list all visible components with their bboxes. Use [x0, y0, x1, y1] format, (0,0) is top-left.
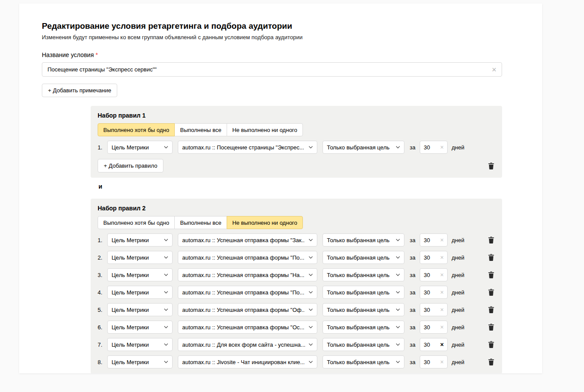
goal-scope-select[interactable]: Только выбранная цель [323, 251, 404, 264]
goal-scope-select[interactable]: Только выбранная цель [323, 268, 404, 281]
clear-days-icon[interactable]: × [440, 144, 444, 151]
clear-input-icon[interactable]: × [492, 66, 496, 74]
chevron-down-icon [164, 291, 168, 294]
delete-rule-icon[interactable] [488, 289, 494, 296]
clear-days-icon[interactable]: × [440, 341, 444, 348]
delete-rule-icon[interactable] [488, 271, 494, 278]
goal-type-select-value: Цель Метрики [112, 144, 160, 151]
chevron-down-icon [396, 256, 400, 259]
goal-scope-select-value: Только выбранная цель [327, 359, 392, 365]
condition-name-input-wrap: × [42, 62, 502, 77]
goal-scope-select[interactable]: Только выбранная цель [323, 303, 404, 316]
chevron-down-icon [164, 274, 168, 276]
delete-rule-icon[interactable] [488, 324, 494, 331]
days-input[interactable]: 30 × [420, 233, 448, 247]
days-suffix-label: дней [452, 237, 464, 243]
period-prefix-label: за [410, 359, 415, 365]
chevron-down-icon [309, 274, 313, 276]
condition-name-input[interactable] [48, 66, 488, 73]
match-mode-option-0[interactable]: Выполнено хотя бы одно [98, 216, 175, 229]
goal-scope-select-value: Только выбранная цель [327, 341, 392, 348]
goal-type-select[interactable]: Цель Метрики [107, 355, 173, 368]
days-suffix-label: дней [452, 359, 464, 365]
goal-select[interactable]: automax.ru :: Успешная отправка формы "П… [178, 251, 317, 264]
goal-scope-select[interactable]: Только выбранная цель [323, 338, 404, 351]
rule-rows: 1. Цель Метрики automax.ru :: Успешная о… [98, 233, 495, 368]
clear-days-icon[interactable]: × [440, 254, 444, 261]
clear-days-icon[interactable]: × [440, 324, 444, 331]
goal-select[interactable]: automax.ru :: Посещение страницы "Экспре… [178, 141, 317, 154]
days-input[interactable]: 30 × [420, 321, 448, 334]
goal-type-select[interactable]: Цель Метрики [107, 141, 173, 154]
goal-select-value: automax.ru :: Посещение страницы "Экспре… [182, 144, 305, 151]
days-input[interactable]: 30 × [420, 303, 448, 316]
page: Редактирование условия ретаргетинга и по… [19, 3, 542, 373]
goal-scope-select[interactable]: Только выбранная цель [323, 286, 404, 299]
goal-type-select-value: Цель Метрики [112, 237, 160, 243]
days-input[interactable]: 30 × [420, 268, 448, 281]
days-value: 30 [424, 254, 440, 261]
chevron-down-icon [396, 343, 400, 346]
goal-scope-select[interactable]: Только выбранная цель [323, 321, 404, 334]
goal-select[interactable]: automax.ru :: Успешная отправка формы "О… [178, 303, 317, 316]
days-input[interactable]: 30 × [420, 251, 448, 264]
clear-days-icon[interactable]: × [440, 306, 444, 313]
clear-days-icon[interactable]: × [440, 237, 444, 243]
goal-type-select[interactable]: Цель Метрики [107, 338, 173, 351]
goal-type-select[interactable]: Цель Метрики [107, 251, 173, 264]
delete-rule-icon[interactable] [488, 237, 494, 243]
goal-select[interactable]: automax.ru :: Успешная отправка формы "З… [178, 233, 317, 247]
delete-rule-icon[interactable] [488, 306, 494, 313]
goal-type-select[interactable]: Цель Метрики [107, 286, 173, 299]
clear-days-icon[interactable]: × [440, 271, 444, 278]
goal-select[interactable]: automax.ru :: Успешная отправка формы "О… [178, 321, 317, 334]
clear-days-icon[interactable]: × [440, 289, 444, 296]
goal-select-value: automax.ru :: Успешная отправка формы "П… [182, 254, 305, 261]
chevron-down-icon [396, 146, 400, 149]
goal-type-select[interactable]: Цель Метрики [107, 268, 173, 281]
goal-scope-select[interactable]: Только выбранная цель [323, 355, 404, 368]
clear-days-icon[interactable]: × [440, 358, 444, 365]
chevron-down-icon [164, 256, 168, 259]
chevron-down-icon [396, 274, 400, 276]
days-input[interactable]: 30 × [420, 141, 448, 154]
match-mode-option-2[interactable]: Не выполнено ни одного [227, 216, 303, 229]
goal-scope-select[interactable]: Только выбранная цель [323, 233, 404, 247]
period-prefix-label: за [410, 237, 415, 243]
goal-select[interactable]: automax.ru :: Для всех форм сайта - успе… [178, 338, 317, 351]
goal-type-select[interactable]: Цель Метрики [107, 303, 173, 316]
goal-type-select-value: Цель Метрики [112, 324, 160, 331]
match-mode-option-1[interactable]: Выполнены все [174, 216, 227, 229]
delete-rule-set-icon[interactable] [488, 162, 494, 169]
chevron-down-icon [309, 361, 313, 363]
match-mode-option-1[interactable]: Выполнены все [174, 123, 227, 136]
goal-scope-select-value: Только выбранная цель [327, 237, 392, 243]
add-note-button[interactable]: + Добавить примечание [42, 84, 117, 97]
chevron-down-icon [164, 343, 168, 346]
days-input[interactable]: 30 × [420, 338, 448, 351]
goal-select[interactable]: automax.ru :: Успешная отправка формы "П… [178, 286, 317, 299]
content: Редактирование условия ретаргетинга и по… [19, 3, 525, 373]
rule-index: 6. [98, 324, 107, 331]
delete-rule-icon[interactable] [488, 341, 494, 348]
goal-type-select[interactable]: Цель Метрики [107, 233, 173, 247]
rule-set-footer: + Добавить правило [98, 159, 495, 172]
goal-select-value: automax.ru :: Для всех форм сайта - успе… [182, 341, 305, 348]
goal-select[interactable]: automax.ru :: Успешная отправка формы "Н… [178, 268, 317, 281]
goal-scope-select[interactable]: Только выбранная цель [323, 141, 404, 154]
goal-select[interactable]: automax.ru :: Jivosite - Чат инициирован… [178, 355, 317, 368]
add-rule-button[interactable]: + Добавить правило [98, 159, 163, 172]
rule-row: 5. Цель Метрики automax.ru :: Успешная о… [98, 303, 495, 316]
period-prefix-label: за [410, 144, 415, 151]
goal-select-value: automax.ru :: Успешная отправка формы "Н… [182, 272, 305, 278]
chevron-down-icon [309, 308, 313, 311]
rule-rows: 1. Цель Метрики automax.ru :: Посещение … [98, 141, 495, 154]
days-input[interactable]: 30 × [420, 286, 448, 299]
delete-rule-icon[interactable] [488, 358, 494, 365]
goal-type-select[interactable]: Цель Метрики [107, 321, 173, 334]
delete-rule-icon[interactable] [488, 254, 494, 261]
match-mode-option-2[interactable]: Не выполнено ни одного [227, 123, 303, 136]
days-input[interactable]: 30 × [420, 355, 448, 368]
match-mode-option-0[interactable]: Выполнено хотя бы одно [98, 123, 175, 136]
goal-scope-select-value: Только выбранная цель [327, 289, 392, 296]
